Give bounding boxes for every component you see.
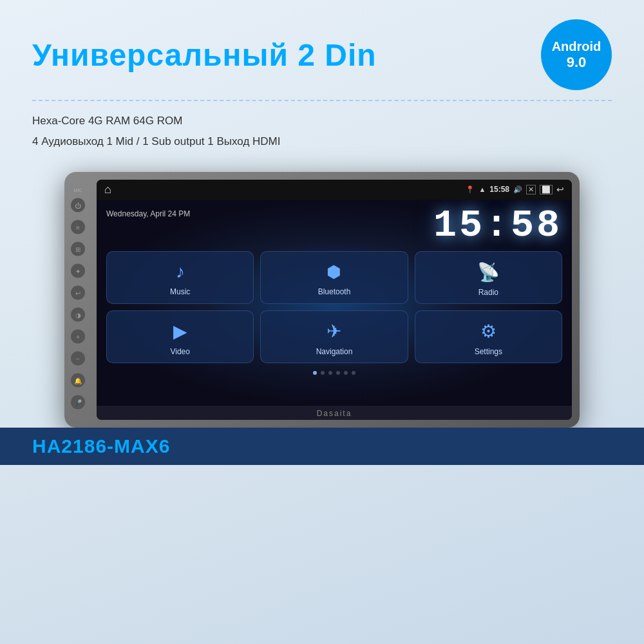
dot-6[interactable] [352, 371, 355, 375]
dot-1[interactable] [313, 371, 317, 375]
screen-content: Wednesday, April 24 PM 15:58 ♪ Music ⬢ B… [97, 200, 572, 406]
side-buttons: MIC ⏻ ≡ ⊞ ✦ ↩ ◑ + − 🔔 🎤 [71, 188, 85, 412]
settings-label: Settings [475, 347, 502, 356]
app-video[interactable]: ▶ Video [106, 310, 254, 363]
power-icon[interactable]: ⏻ [71, 198, 85, 213]
spec-line-2: 4 Аудиовыход 1 Mid / 1 Sub output 1 Выхо… [32, 131, 612, 152]
main-title: Универсальный 2 Din [32, 37, 377, 73]
back-icon[interactable]: ↩ [71, 286, 85, 300]
device-wrapper: MIC ⏻ ≡ ⊞ ✦ ↩ ◑ + − 🔔 🎤 ⌂ 📍 ▲ 15:58 [0, 172, 644, 428]
dot-3[interactable] [328, 371, 332, 375]
android-badge: Android 9.0 [541, 19, 612, 90]
location-icon: 📍 [466, 185, 475, 194]
app-settings[interactable]: ⚙ Settings [415, 310, 562, 363]
page-dots [106, 371, 562, 375]
settings-side-icon[interactable]: ✦ [71, 264, 85, 278]
radio-label: Radio [478, 288, 498, 297]
plus-icon[interactable]: + [71, 330, 85, 344]
settings-icon: ⚙ [480, 321, 497, 342]
dot-5[interactable] [344, 371, 348, 375]
model-text: HA2186-MAX6 [32, 435, 170, 457]
equalizer-icon[interactable]: ≡ [71, 220, 85, 234]
divider [32, 100, 612, 101]
dot-4[interactable] [336, 371, 340, 375]
navigation-icon: ✈ [327, 321, 341, 342]
signal-icon: ▲ [478, 185, 486, 193]
specs-text: Hexa-Core 4G RAM 64G ROM 4 Аудиовыход 1 … [32, 111, 612, 153]
bottom-bar: HA2186-MAX6 [0, 428, 644, 465]
date-text: Wednesday, April 24 PM [106, 206, 190, 218]
minus-icon[interactable]: − [71, 352, 85, 366]
bluetooth-icon: ⬢ [327, 262, 341, 282]
app-radio[interactable]: 📡 Radio [415, 251, 562, 304]
device-screen: ⌂ 📍 ▲ 15:58 🔊 ✕ ⬜ ↩ Wednesday, April 24 … [97, 180, 572, 420]
android-version: 9.0 [567, 54, 587, 71]
music-icon: ♪ [176, 261, 185, 282]
status-time: 15:58 [489, 185, 509, 194]
spec-line-1: Hexa-Core 4G RAM 64G ROM [32, 111, 612, 131]
video-label: Video [170, 347, 189, 356]
screen-info-row: Wednesday, April 24 PM 15:58 [106, 206, 562, 245]
android-label: Android [552, 39, 601, 54]
date-display: Wednesday, April 24 PM [106, 206, 190, 218]
app-navigation[interactable]: ✈ Navigation [260, 310, 408, 363]
home-icon[interactable]: ⌂ [104, 183, 111, 196]
radio-icon: 📡 [477, 261, 500, 283]
contrast-icon[interactable]: ◑ [71, 308, 85, 322]
device-brand: Dasaita [97, 406, 572, 420]
device-outer: MIC ⏻ ≡ ⊞ ✦ ↩ ◑ + − 🔔 🎤 ⌂ 📍 ▲ 15:58 [64, 172, 580, 428]
bluetooth-label: Bluetooth [318, 287, 351, 296]
music-label: Music [170, 287, 190, 296]
nav-back-icon[interactable]: ↩ [556, 184, 564, 194]
mic-icon[interactable]: 🎤 [71, 395, 85, 410]
grid-icon[interactable]: ⊞ [71, 242, 85, 256]
status-icons: 📍 ▲ 15:58 🔊 ✕ ⬜ ↩ [466, 184, 564, 194]
app-music[interactable]: ♪ Music [106, 251, 254, 304]
dot-2[interactable] [321, 371, 325, 375]
close-icon[interactable]: ✕ [526, 185, 536, 194]
clock-display: 15:58 [433, 206, 562, 245]
window-icon[interactable]: ⬜ [540, 185, 553, 194]
bell-icon[interactable]: 🔔 [71, 374, 85, 388]
app-bluetooth[interactable]: ⬢ Bluetooth [260, 251, 408, 304]
volume-icon[interactable]: 🔊 [513, 185, 522, 194]
title-row: Универсальный 2 Din Android 9.0 [32, 19, 612, 90]
navigation-label: Navigation [316, 347, 353, 356]
app-grid: ♪ Music ⬢ Bluetooth 📡 Radio ▶ Video [106, 251, 562, 363]
top-section: Универсальный 2 Din Android 9.0 Hexa-Cor… [0, 0, 644, 166]
mic-label: MIC [74, 188, 82, 193]
video-icon: ▶ [173, 321, 187, 342]
